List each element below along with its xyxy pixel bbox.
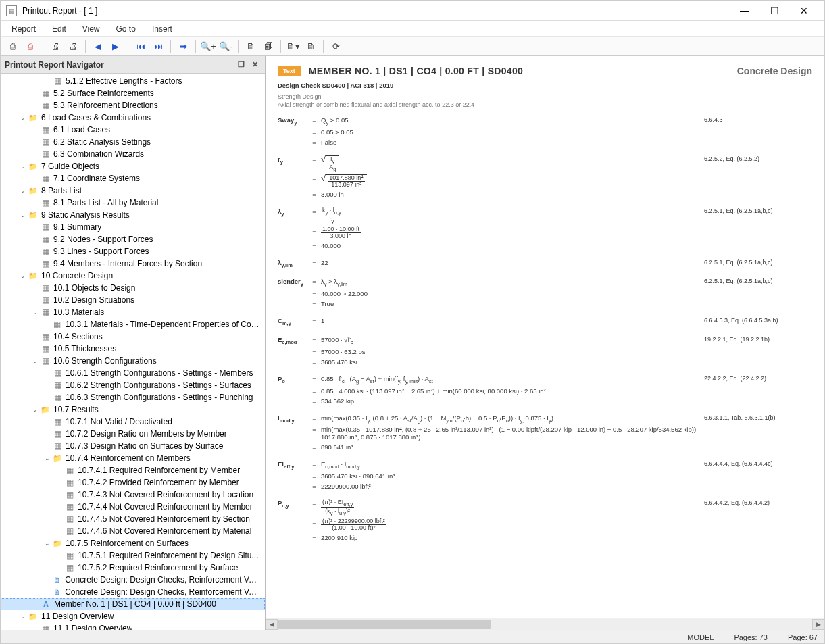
calc-ref: 6.2.5.2, Eq. (6.2.5.2) bbox=[704, 155, 812, 162]
menu-insert[interactable]: Insert bbox=[145, 23, 179, 35]
printer-icon[interactable]: 🖨 bbox=[47, 39, 64, 55]
chevron-down-icon[interactable]: ⌄ bbox=[43, 540, 52, 547]
tree-item[interactable]: 10.7.2 Design Ratio on Members by Member bbox=[1, 428, 265, 440]
tree-item[interactable]: ⌄10.7 Results bbox=[1, 403, 265, 416]
refresh-icon[interactable]: ⟳ bbox=[328, 39, 344, 55]
tree-item[interactable]: 5.3 Reinforcement Directions bbox=[1, 99, 265, 112]
chevron-down-icon[interactable]: ⌄ bbox=[43, 455, 52, 462]
tree-item[interactable]: Concrete Design: Design Checks, Reinforc… bbox=[1, 586, 265, 598]
minimize-button[interactable]: — bbox=[730, 1, 759, 20]
dock-icon[interactable]: ❐ bbox=[235, 59, 247, 71]
tree-item[interactable]: ⌄9 Static Analysis Results bbox=[1, 209, 265, 221]
pages-icon[interactable]: 🗐 bbox=[260, 39, 276, 55]
tree-item[interactable]: 10.7.4.4 Not Covered Reinforcement by Me… bbox=[1, 501, 265, 513]
page-icon[interactable]: 🗎 bbox=[243, 39, 259, 55]
grid-icon bbox=[64, 501, 75, 512]
menu-goto[interactable]: Go to bbox=[109, 23, 143, 35]
tree-item[interactable]: 10.4 Sections bbox=[1, 330, 265, 343]
tree-item[interactable]: 9.2 Nodes - Support Forces bbox=[1, 233, 265, 245]
calc-eq: = bbox=[307, 375, 321, 382]
doc-icon bbox=[52, 587, 63, 597]
zoom-out-icon[interactable]: 🔍- bbox=[218, 39, 234, 55]
menu-edit[interactable]: Edit bbox=[45, 23, 73, 35]
tree-item[interactable]: ⌄10 Concrete Design bbox=[1, 270, 265, 282]
doc-icon[interactable]: 🗎 bbox=[303, 39, 319, 55]
tree-item[interactable]: 10.2 Design Situations bbox=[1, 294, 265, 306]
menu-view[interactable]: View bbox=[76, 23, 107, 35]
tree-item[interactable]: 10.7.4.6 Not Covered Reinforcement by Ma… bbox=[1, 525, 265, 537]
tree-item[interactable]: 10.7.4.5 Not Covered Reinforcement by Se… bbox=[1, 513, 265, 525]
goto-icon[interactable]: ➡ bbox=[175, 39, 191, 55]
chevron-down-icon[interactable]: ⌄ bbox=[30, 309, 40, 316]
tree-item[interactable]: ⌄6 Load Cases & Combinations bbox=[1, 112, 265, 124]
chevron-down-icon[interactable]: ⌄ bbox=[30, 406, 40, 413]
tree-item[interactable]: 10.6.2 Strength Configurations - Setting… bbox=[1, 379, 265, 391]
tree-item[interactable]: Member No. 1 | DS1 | CO4 | 0.00 ft | SD0… bbox=[1, 598, 265, 610]
close-panel-icon[interactable]: ✕ bbox=[249, 59, 261, 71]
chevron-down-icon[interactable]: ⌄ bbox=[18, 187, 28, 194]
close-button[interactable]: ✕ bbox=[789, 1, 819, 20]
nav-last-icon[interactable]: ⏭ bbox=[150, 39, 166, 55]
tree-item[interactable]: ⌄10.7.4 Reinforcement on Members bbox=[1, 452, 265, 464]
tree-item[interactable]: 10.6.1 Strength Configurations - Setting… bbox=[1, 367, 265, 379]
tree-item[interactable]: 8.1 Parts List - All by Material bbox=[1, 197, 265, 209]
chevron-down-icon[interactable]: ⌄ bbox=[30, 357, 40, 364]
scroll-right-icon[interactable]: ▶ bbox=[812, 619, 824, 630]
tree-item[interactable]: 10.7.5.2 Required Reinforcement by Surfa… bbox=[1, 562, 265, 574]
tree-item[interactable]: 10.7.4.3 Not Covered Reinforcement by Lo… bbox=[1, 489, 265, 501]
tree-item[interactable]: 10.7.5.1 Required Reinforcement by Desig… bbox=[1, 549, 265, 562]
print-icon[interactable]: ⎙ bbox=[5, 39, 21, 55]
tree-item[interactable]: 9.3 Lines - Support Forces bbox=[1, 245, 265, 257]
tree-item[interactable]: 10.7.4.1 Required Reinforcement by Membe… bbox=[1, 464, 265, 476]
tree-item[interactable]: ⌄10.3 Materials bbox=[1, 306, 265, 318]
nav-prev-icon[interactable]: ◀ bbox=[90, 39, 106, 55]
tree-item-label: 10.5 Thicknesses bbox=[53, 344, 116, 353]
status-bar: MODEL Pages: 73 Page: 67 bbox=[1, 630, 824, 643]
chevron-down-icon[interactable]: ⌄ bbox=[18, 613, 28, 620]
tree-item[interactable]: 7.1 Coordinate Systems bbox=[1, 172, 265, 184]
chevron-down-icon[interactable]: ⌄ bbox=[18, 114, 28, 121]
zoom-in-icon[interactable]: 🔍+ bbox=[200, 39, 216, 55]
tree-item-label: 10.7.1 Not Valid / Deactivated bbox=[66, 417, 172, 426]
calc-row: Ec,mod=57000 · √f'c19.2.2.1, Eq. (19.2.2… bbox=[278, 336, 812, 345]
tree-item[interactable]: 10.1 Objects to Design bbox=[1, 282, 265, 294]
menu-report[interactable]: Report bbox=[5, 23, 43, 35]
tree-item[interactable]: 9.1 Summary bbox=[1, 221, 265, 233]
tree-item[interactable]: 5.2 Surface Reinforcements bbox=[1, 87, 265, 99]
grid-icon bbox=[40, 307, 51, 318]
calc-rhs: √IyAg bbox=[321, 155, 704, 172]
tree-item[interactable]: 6.3 Combination Wizards bbox=[1, 148, 265, 160]
page-dropdown-icon[interactable]: 🗎▾ bbox=[285, 39, 301, 55]
horizontal-scrollbar[interactable]: ◀ ▶ bbox=[266, 618, 824, 630]
tree-item[interactable]: ⌄7 Guide Objects bbox=[1, 160, 265, 172]
calc-rhs: 0.85 · f'c · (Ag − Ast) + min(fy, fy,lim… bbox=[321, 375, 704, 385]
tree-item[interactable]: Concrete Design: Design Checks, Reinforc… bbox=[1, 574, 265, 586]
nav-next-icon[interactable]: ▶ bbox=[107, 39, 124, 55]
chevron-down-icon[interactable]: ⌄ bbox=[18, 272, 28, 279]
tree-item[interactable]: 10.7.3 Design Ratio on Surfaces by Surfa… bbox=[1, 440, 265, 452]
tree-item[interactable]: 9.4 Members - Internal Forces by Section bbox=[1, 257, 265, 270]
tree-item[interactable]: 10.6.3 Strength Configurations - Setting… bbox=[1, 391, 265, 403]
tree-item[interactable]: ⌄8 Parts List bbox=[1, 184, 265, 197]
scroll-left-icon[interactable]: ◀ bbox=[266, 619, 278, 630]
tree-item[interactable]: 5.1.2 Effective Lengths - Factors bbox=[1, 75, 265, 87]
tree-item[interactable]: 10.7.4.2 Provided Reinforcement by Membe… bbox=[1, 476, 265, 489]
tree-item[interactable]: 11.1 Design Overview bbox=[1, 622, 265, 630]
tree-item[interactable]: 6.1 Load Cases bbox=[1, 124, 265, 136]
nav-first-icon[interactable]: ⏮ bbox=[132, 39, 149, 55]
chevron-down-icon[interactable]: ⌄ bbox=[18, 163, 28, 170]
tree-item[interactable]: ⌄10.7.5 Reinforcement on Surfaces bbox=[1, 537, 265, 549]
tree-item[interactable]: 6.2 Static Analysis Settings bbox=[1, 136, 265, 148]
calc-eq: = bbox=[307, 116, 321, 124]
tree-item[interactable]: 10.7.1 Not Valid / Deactivated bbox=[1, 416, 265, 428]
printer2-icon[interactable]: 🖨 bbox=[65, 39, 81, 55]
navigator-tree[interactable]: 5.1.2 Effective Lengths - Factors5.2 Sur… bbox=[1, 74, 265, 630]
tree-item[interactable]: ⌄11 Design Overview bbox=[1, 610, 265, 622]
maximize-button[interactable]: ☐ bbox=[759, 1, 789, 20]
tree-item[interactable]: ⌄10.6 Strength Configurations bbox=[1, 355, 265, 367]
chevron-down-icon[interactable]: ⌄ bbox=[18, 212, 28, 218]
tree-item[interactable]: 10.3.1 Materials - Time-Dependent Proper… bbox=[1, 318, 265, 330]
tree-item[interactable]: 10.5 Thicknesses bbox=[1, 343, 265, 355]
print-cancel-icon[interactable]: ⎙ bbox=[22, 39, 39, 55]
scroll-thumb[interactable] bbox=[278, 620, 491, 629]
